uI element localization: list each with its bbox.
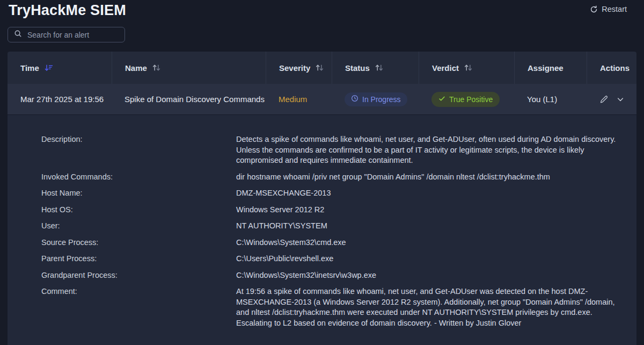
verdict-label: True Positive xyxy=(449,95,493,104)
search-input[interactable] xyxy=(27,31,119,39)
status-badge[interactable]: In Progress xyxy=(345,92,407,106)
restart-button[interactable]: Restart xyxy=(590,5,627,13)
alert-time: Mar 27th 2025 at 19:56 xyxy=(8,84,112,114)
detail-value: DMZ-MSEXCHANGE-2013 xyxy=(236,188,618,199)
sort-descending-active-icon[interactable] xyxy=(44,63,54,72)
alert-name: Spike of Domain Discovery Commands xyxy=(112,84,266,114)
detail-value: NT AUTHORITY\SYSTEM xyxy=(236,221,618,232)
column-label: Severity xyxy=(279,63,310,73)
collapse-chevron-icon[interactable] xyxy=(617,96,624,103)
clock-icon xyxy=(351,95,358,104)
search-area xyxy=(8,27,644,42)
detail-label: Host OS: xyxy=(41,205,236,215)
detail-value: Windows Server 2012 R2 xyxy=(236,205,618,215)
column-header-time[interactable]: Time xyxy=(8,52,112,84)
column-label: Actions xyxy=(600,63,630,73)
search-box[interactable] xyxy=(8,27,125,42)
column-header-verdict[interactable]: Verdict xyxy=(419,52,514,84)
sort-both-icon[interactable] xyxy=(375,63,384,72)
column-label: Verdict xyxy=(432,63,459,73)
column-header-name[interactable]: Name xyxy=(112,52,266,84)
search-icon xyxy=(14,30,22,40)
column-header-actions: Actions xyxy=(587,52,636,84)
sort-both-icon[interactable] xyxy=(315,63,324,72)
column-header-assignee: Assignee xyxy=(514,52,587,84)
detail-label: User: xyxy=(41,221,236,232)
detail-value: At 19:56 a spike of commands like whoami… xyxy=(236,286,618,328)
column-header-severity[interactable]: Severity xyxy=(266,52,332,84)
alert-status-cell: In Progress xyxy=(332,84,419,114)
severity-value: Medium xyxy=(279,95,307,104)
detail-label: Comment: xyxy=(41,286,236,328)
alert-actions-cell xyxy=(587,84,636,114)
alert-verdict-cell: True Positive xyxy=(419,84,514,114)
detail-label: Grandparent Process: xyxy=(41,270,236,281)
alerts-table: TimeNameSeverityStatusVerdictAssigneeAct… xyxy=(8,52,636,345)
alert-row[interactable]: Mar 27th 2025 at 19:56 Spike of Domain D… xyxy=(8,84,636,114)
detail-label: Source Process: xyxy=(41,238,236,248)
table-header-row: TimeNameSeverityStatusVerdictAssigneeAct… xyxy=(8,52,636,84)
detail-label: Host Name: xyxy=(41,188,236,199)
top-bar: TryHackMe SIEM Restart xyxy=(0,0,644,19)
detail-value: dir hostname whoami /priv net group "Dom… xyxy=(236,172,618,183)
detail-label: Description: xyxy=(41,134,236,166)
check-icon xyxy=(438,95,445,104)
detail-value: C:\Users\Public\revshell.exe xyxy=(236,254,618,264)
detail-label: Invoked Commands: xyxy=(41,172,236,183)
page-title: TryHackMe SIEM xyxy=(9,2,126,19)
sort-both-icon[interactable] xyxy=(152,63,161,72)
restart-label: Restart xyxy=(602,5,627,13)
column-label: Time xyxy=(20,63,39,73)
column-label: Assignee xyxy=(528,63,564,73)
alert-severity-cell: Medium xyxy=(266,84,332,114)
detail-label: Parent Process: xyxy=(41,254,236,264)
edit-icon[interactable] xyxy=(599,95,609,104)
detail-value: Detects a spike of commands like whoami,… xyxy=(236,134,618,166)
column-label: Status xyxy=(345,63,370,73)
column-label: Name xyxy=(125,63,147,73)
status-label: In Progress xyxy=(362,95,401,104)
column-header-status[interactable]: Status xyxy=(332,52,419,84)
siem-app: TryHackMe SIEM Restart TimeNameSeverityS xyxy=(0,0,644,345)
detail-value: C:\Windows\System32\cmd.exe xyxy=(236,238,618,248)
alert-assignee: You (L1) xyxy=(514,84,587,114)
sort-both-icon[interactable] xyxy=(464,63,473,72)
detail-value: C:\Windows\System32\inetsrv\w3wp.exe xyxy=(236,270,618,281)
alert-details-panel: Description:Detects a spike of commands … xyxy=(8,115,636,345)
verdict-badge[interactable]: True Positive xyxy=(431,92,500,107)
restart-icon xyxy=(590,5,598,13)
